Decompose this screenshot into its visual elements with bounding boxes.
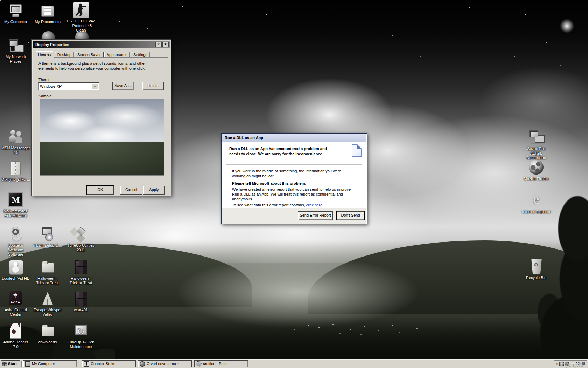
display-properties-window: Display Properties ? ✕ ThemesDesktopScre…	[31, 39, 172, 196]
sample-hill	[40, 142, 164, 175]
desktop-icon-zip-folder[interactable]: Otkrijmo_sliku-...	[1, 160, 30, 182]
desktop-icon-label: TuneUp 1-Click Maintenance	[66, 340, 96, 349]
click-here-link[interactable]: click here.	[306, 203, 324, 207]
taskbar-divider	[544, 361, 545, 367]
desktop-icon-label: mbam-setup-1....	[33, 243, 62, 248]
theme-label: Theme:	[38, 77, 51, 82]
error-dialog-titlebar[interactable]: Run a DLL as an App	[222, 134, 366, 142]
desktop-icon-counter-strike[interactable]: CS1.6 FULL v42 - Protocol 48 Clean	[66, 1, 96, 33]
separator	[226, 164, 362, 165]
desktop-icon-tuneup-monitor[interactable]: TuneUp 1-Click Maintenance	[66, 322, 96, 349]
ok-button[interactable]: OK	[87, 186, 114, 195]
help-button[interactable]: ?	[155, 42, 162, 47]
tab-screen-saver[interactable]: Screen Saver	[75, 52, 104, 58]
ie-icon	[528, 192, 545, 209]
installer-icon	[39, 226, 56, 243]
tent-icon	[39, 290, 56, 307]
desktop-icon-firefox[interactable]: Mozilla Firefox	[522, 159, 551, 181]
desktop-icon-dialup[interactable]: SezamPro AD[S]L Connection	[522, 129, 551, 160]
adobe-icon	[7, 322, 24, 339]
books-icon	[72, 290, 89, 307]
desktop-icon-label: Recycle Bin	[522, 275, 551, 280]
desktop-icon-network[interactable]: My Network Places	[1, 37, 30, 64]
send-error-report-button[interactable]: Send Error Report	[298, 211, 333, 220]
tray-icon[interactable]	[559, 362, 564, 366]
desktop-icon-label: Internet Explorer	[522, 210, 551, 214]
zip-folder-icon	[7, 160, 24, 177]
theme-dropdown[interactable]: Windows XP ▼	[38, 82, 99, 90]
bright-star	[559, 18, 575, 34]
system-tray: « 22:48	[554, 360, 587, 367]
sample-label: Sample:	[38, 94, 52, 98]
task-label: Counter-Strike	[91, 362, 115, 366]
desktop-icon-label: Adobe Reader 7.0	[1, 340, 30, 349]
desktop-icon-label: downloads	[33, 340, 62, 345]
error-paragraph: We have created an error report that you…	[232, 187, 355, 202]
desktop-icon-label: Logitech Vid HD	[1, 276, 30, 281]
desktop-icon-books[interactable]: wrar401	[66, 290, 96, 312]
desktop-icon-folder[interactable]: Halloween - Trick or Treat	[33, 259, 62, 285]
books-icon	[72, 259, 89, 275]
desktop-icon-label: Mozilla Firefox	[522, 177, 551, 181]
chevron-down-icon[interactable]: ▼	[92, 83, 98, 89]
messenger-icon	[7, 128, 24, 145]
stars	[0, 0, 1, 1]
taskbar-task-my-computer[interactable]: My Computer	[23, 360, 77, 367]
desktop-icon-label: Malwarebytes' Anti-Malware	[1, 209, 30, 218]
desktop-icon-label: Escape Whisper Valley	[33, 308, 62, 317]
dialup-icon	[528, 129, 545, 146]
desktop-icon-vid[interactable]: Logitech Vid HD	[1, 259, 30, 281]
desktop-icon-ie[interactable]: Internet Explorer	[522, 192, 551, 214]
desktop-icon-adobe[interactable]: Adobe Reader 7.0	[1, 322, 30, 349]
desktop-icon-documents-folder[interactable]: My Documents	[33, 2, 62, 24]
tab-desktop[interactable]: Desktop	[55, 52, 74, 58]
apply-button[interactable]: Apply	[143, 186, 165, 195]
sample-clouds	[40, 104, 164, 146]
theme-dropdown-value: Windows XP	[38, 84, 92, 88]
folder-icon	[39, 259, 56, 275]
dont-send-button[interactable]: Don't Send	[337, 211, 364, 220]
tray-collapse-icon[interactable]: «	[556, 362, 558, 366]
window-title: Run a DLL as an App	[225, 136, 263, 140]
paint-task-icon	[196, 361, 202, 367]
taskbar-task-untitled-paint[interactable]: untitled - Paint	[194, 360, 248, 367]
network-icon	[7, 37, 24, 54]
desktop-icon-messenger[interactable]: MSN Messenger 7.5	[1, 128, 30, 155]
tab-appearance[interactable]: Appearance	[104, 52, 130, 58]
desktop-icon-label: Halloween - Trick or Treat	[66, 276, 96, 285]
desktop-icon-label: MSN Messenger 7.5	[1, 146, 30, 155]
error-paragraph: If you were in the middle of something, …	[232, 169, 355, 178]
desktop-icon-tuneup[interactable]: TuneUp Utilities 2011	[66, 226, 96, 252]
malwarebytes-icon	[7, 191, 24, 208]
desktop-icon-folder[interactable]: downloads	[33, 322, 62, 345]
computer-icon	[7, 2, 24, 19]
taskbar-task-otvori-novu-temu[interactable]: Otvori novu temu :: ...	[138, 360, 192, 367]
desktop-icon-books[interactable]: Halloween - Trick or Treat	[66, 259, 96, 285]
start-button[interactable]: Start	[1, 360, 20, 367]
display-properties-titlebar[interactable]: Display Properties ? ✕	[33, 41, 170, 48]
close-icon[interactable]: ✕	[162, 42, 169, 47]
desktop-icon-recycle-bin[interactable]: Recycle Bin	[522, 258, 551, 280]
desktop-icon-label: My Documents	[33, 20, 62, 24]
tab-themes[interactable]: Themes	[35, 51, 54, 58]
desktop-icon-malwarebytes[interactable]: Malwarebytes' Anti-Malware	[1, 191, 30, 218]
task-label: My Computer	[32, 362, 55, 366]
tuneup-monitor-icon	[72, 322, 89, 339]
vid-icon	[7, 259, 24, 275]
theme-description: A theme is a background plus a set of so…	[38, 61, 161, 71]
error-report-line: To see what data this error report conta…	[232, 203, 358, 207]
desktop-icon-avira[interactable]: Avira Control Center	[1, 290, 30, 317]
desktop-icon-label: SezamPro AD[S]L Connection	[522, 146, 551, 160]
desktop-icon-installer[interactable]: mbam-setup-1....	[33, 226, 62, 248]
taskbar-task-counter-strike[interactable]: Counter-Strike	[82, 360, 136, 367]
desktop-icon-webcam[interactable]: Logitech Webcam Software	[1, 226, 30, 257]
desktop-icon-computer[interactable]: My Computer	[1, 2, 30, 24]
tab-settings[interactable]: Settings	[131, 52, 150, 58]
counter-strike-icon	[72, 1, 89, 18]
tray-icon[interactable]	[565, 362, 569, 366]
task-label: Otvori novu temu :: ...	[147, 362, 183, 366]
desktop-icon-tent[interactable]: Escape Whisper Valley	[33, 290, 62, 317]
documents-folder-icon	[39, 2, 56, 19]
cancel-button[interactable]: Cancel	[120, 186, 142, 195]
save-as-button[interactable]: Save As...	[112, 82, 134, 90]
